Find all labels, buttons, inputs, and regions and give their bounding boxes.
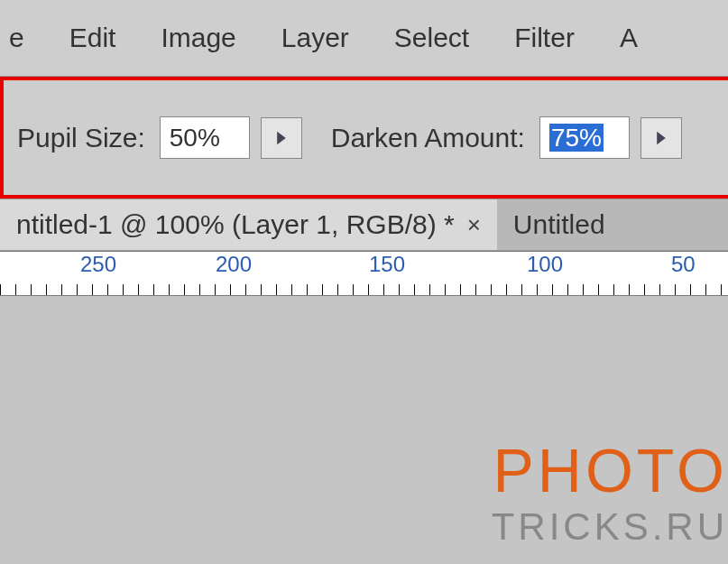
menu-item-layer[interactable]: Layer [281,23,349,53]
ruler-tick [77,284,78,295]
ruler-tick [567,284,568,295]
ruler-tick [659,284,660,295]
ruler-tick [31,284,32,295]
tool-options-bar: Pupil Size: 50% Darken Amount: 75% [0,77,728,199]
menu-bar: e Edit Image Layer Select Filter A [0,0,728,77]
ruler-tick [138,284,139,295]
ruler-label: 150 [369,252,405,277]
ruler-tick [353,284,354,295]
darken-amount-input[interactable]: 75% [539,116,630,160]
ruler-tick [15,284,16,295]
ruler-tick [506,284,507,295]
ruler-tick [123,284,124,295]
ruler-tick [399,284,400,295]
ruler-tick [383,284,384,295]
document-tab-inactive[interactable]: Untitled [497,199,622,250]
ruler-tick [552,284,553,295]
ruler-tick [598,284,599,295]
ruler-label: 100 [527,252,563,277]
ruler-tick [721,284,722,295]
menu-item-partial[interactable]: A [620,23,638,53]
triangle-right-icon [276,130,287,146]
ruler-tick [153,284,154,295]
canvas-area[interactable]: PHOTO TRICKS.RU [0,296,728,564]
ruler-tick [705,284,706,295]
ruler-tick [583,284,584,295]
document-tab-title: Untitled [513,209,605,240]
ruler-label: 250 [80,252,116,277]
ruler-tick [307,284,308,295]
menu-item-edit[interactable]: Edit [69,23,116,53]
ruler-tick [107,284,108,295]
ruler-tick [460,284,461,295]
ruler-tick [429,284,430,295]
ruler-tick [230,284,231,295]
ruler-tick [537,284,538,295]
ruler-tick [184,284,185,295]
close-icon[interactable]: × [467,211,481,239]
darken-amount-label: Darken Amount: [331,123,525,153]
pupil-size-flyout-button[interactable] [261,117,302,159]
ruler-tick [46,284,47,295]
document-tab-active[interactable]: ntitled-1 @ 100% (Layer 1, RGB/8) * × [0,199,497,250]
ruler-tick [368,284,369,295]
ruler-tick [61,284,62,295]
watermark-line2: TRICKS.RU [492,505,728,549]
ruler-tick [215,284,216,295]
document-tab-bar: ntitled-1 @ 100% (Layer 1, RGB/8) * × Un… [0,199,728,251]
menu-item-image[interactable]: Image [161,23,235,53]
ruler-tick [261,284,262,295]
ruler-tick [92,284,93,295]
ruler-tick [199,284,200,295]
ruler-tick [613,284,614,295]
menu-item-filter[interactable]: Filter [514,23,575,53]
ruler-tick [245,284,246,295]
ruler-tick [337,284,338,295]
ruler-tick [675,284,676,295]
ruler-tick [414,284,415,295]
pupil-size-input[interactable]: 50% [160,116,250,160]
ruler-tick [291,284,292,295]
ruler-tick [322,284,323,295]
ruler-tick [169,284,170,295]
ruler-tick [644,284,645,295]
ruler-tick [475,284,476,295]
ruler-tick [445,284,446,295]
ruler-tick [521,284,522,295]
horizontal-ruler: 25020015010050 [0,251,728,296]
ruler-tick [0,284,1,295]
watermark-line1: PHOTO [492,435,728,505]
pupil-size-label: Pupil Size: [17,123,145,153]
ruler-label: 50 [671,252,696,277]
menu-item-file-partial[interactable]: e [9,23,24,53]
menu-item-select[interactable]: Select [394,23,469,53]
ruler-tick [629,284,630,295]
ruler-label: 200 [216,252,252,277]
ruler-tick [690,284,691,295]
ruler-tick [276,284,277,295]
triangle-right-icon [656,130,667,146]
ruler-tick [491,284,492,295]
darken-amount-flyout-button[interactable] [640,117,682,159]
watermark: PHOTO TRICKS.RU [492,435,728,549]
document-tab-title: ntitled-1 @ 100% (Layer 1, RGB/8) * [16,209,455,240]
